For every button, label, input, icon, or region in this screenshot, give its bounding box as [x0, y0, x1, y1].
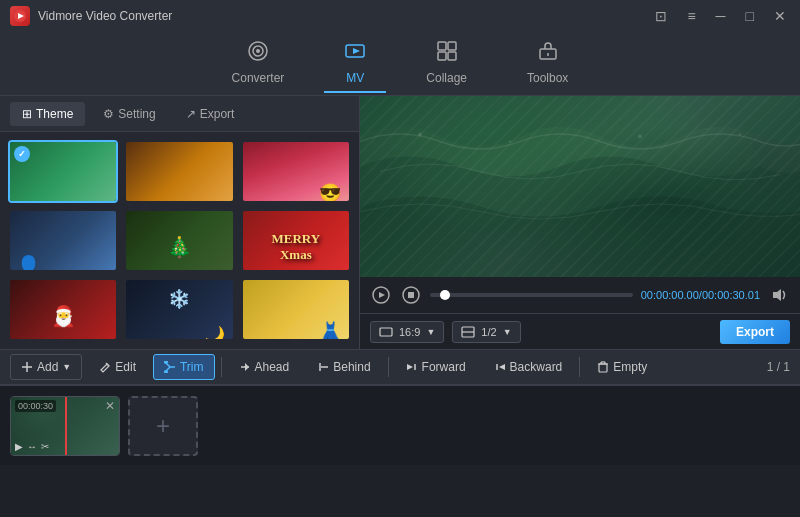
export-button[interactable]: Export [720, 320, 790, 344]
svg-rect-8 [448, 42, 456, 50]
video-preview [360, 96, 800, 277]
ahead-icon [239, 361, 251, 373]
stop-btn[interactable] [400, 284, 422, 306]
theme-christmas-eve[interactable]: 🎄 Christmas Eve [124, 209, 234, 272]
add-icon [21, 361, 33, 373]
tab-theme[interactable]: ⊞ Theme [10, 102, 85, 126]
title-bar: Vidmore Video Converter ⊡ ≡ ─ □ ✕ [0, 0, 800, 32]
theme-neat[interactable]: Neat [124, 140, 234, 203]
tab-export[interactable]: ↗ Export [174, 102, 247, 126]
theme-santa-claus[interactable]: 🎅 Santa Claus [8, 278, 118, 341]
progress-bar[interactable] [430, 293, 633, 297]
quality-value: 1/2 [481, 326, 496, 338]
theme-stripes-waves[interactable]: 👗 Stripes & Waves [241, 278, 351, 341]
clip-action-icons: ▶ ↔ ✂ [15, 441, 49, 452]
edit-icon [99, 361, 111, 373]
timeline-clip[interactable]: 00:00:30 ✕ ▶ ↔ ✂ [10, 396, 120, 456]
main-content: ⊞ Theme ⚙ Setting ↗ Export ✓ Current [0, 96, 800, 349]
trim-indicator [65, 397, 67, 455]
video-controls: 00:00:00.00/00:00:30.01 [360, 277, 800, 313]
trim-button[interactable]: Trim [153, 354, 215, 380]
svg-rect-7 [438, 42, 446, 50]
toolbox-icon [537, 40, 559, 67]
theme-santa-claus-thumb: 🎅 [10, 280, 116, 341]
backward-icon [494, 361, 506, 373]
tab-setting[interactable]: ⚙ Setting [91, 102, 167, 126]
nav-toolbox[interactable]: Toolbox [507, 34, 588, 93]
svg-point-14 [509, 140, 512, 143]
nav-collage[interactable]: Collage [406, 34, 487, 93]
svg-rect-41 [599, 364, 607, 372]
clip-close-btn[interactable]: ✕ [105, 399, 115, 413]
title-bar-left: Vidmore Video Converter [10, 6, 172, 26]
theme-stripes-waves-thumb: 👗 [243, 280, 349, 341]
add-clip-button[interactable]: + [128, 396, 198, 456]
progress-handle[interactable] [440, 290, 450, 300]
theme-current[interactable]: ✓ Current [8, 140, 118, 203]
theme-happy-thumb: 😎 [243, 142, 349, 203]
clip-duration: 00:00:30 [15, 400, 56, 412]
add-button[interactable]: Add ▼ [10, 354, 82, 380]
svg-marker-37 [407, 364, 413, 370]
ratio-value: 16:9 [399, 326, 420, 338]
nav-mv[interactable]: MV [324, 34, 386, 93]
ahead-button[interactable]: Ahead [228, 354, 301, 380]
svg-rect-10 [448, 52, 456, 60]
svg-marker-21 [773, 289, 781, 301]
forward-icon [406, 361, 418, 373]
minimize-icon[interactable]: ⊡ [651, 6, 671, 26]
theme-grid: ✓ Current Neat 😎 Happy 👤 Chic [0, 132, 359, 349]
empty-button[interactable]: Empty [586, 354, 658, 380]
time-display: 00:00:00.00/00:00:30.01 [641, 289, 760, 301]
collage-label: Collage [426, 71, 467, 85]
close-btn[interactable]: ✕ [770, 6, 790, 26]
timeline: 00:00:30 ✕ ▶ ↔ ✂ + [0, 385, 800, 465]
bottom-controls: 16:9 ▼ 1/2 ▼ Export [360, 313, 800, 349]
theme-snowy-night[interactable]: ❄️ 🌙 Snowy Night [124, 278, 234, 341]
edit-button[interactable]: Edit [88, 354, 147, 380]
menu-icon[interactable]: ≡ [683, 6, 699, 26]
theme-christmas-eve-thumb: 🎄 [126, 211, 232, 272]
toolbar-divider-3 [579, 357, 580, 377]
theme-current-thumb: ✓ [10, 142, 116, 203]
svg-marker-18 [379, 292, 385, 298]
theme-merry-christmas-thumb: MERRYXmas [243, 211, 349, 272]
maximize-btn[interactable]: □ [742, 6, 758, 26]
top-nav: Converter MV Collage [0, 32, 800, 96]
forward-button[interactable]: Forward [395, 354, 477, 380]
empty-trash-icon [597, 361, 609, 373]
ratio-select[interactable]: 16:9 ▼ [370, 321, 444, 343]
trim-icon [164, 361, 176, 373]
theme-chic[interactable]: 👤 Chic [8, 209, 118, 272]
svg-marker-6 [353, 48, 360, 54]
quality-select[interactable]: 1/2 ▼ [452, 321, 520, 343]
quality-chevron: ▼ [503, 327, 512, 337]
mv-label: MV [346, 71, 364, 85]
video-frame [360, 96, 800, 277]
theme-merry-christmas[interactable]: MERRYXmas Merry Christmas [241, 209, 351, 272]
mv-icon [344, 40, 366, 67]
theme-snowy-night-thumb: ❄️ 🌙 [126, 280, 232, 341]
svg-point-16 [739, 133, 742, 136]
svg-point-13 [418, 133, 422, 137]
svg-marker-39 [499, 364, 505, 370]
app-icon [10, 6, 30, 26]
theme-neat-thumb [126, 142, 232, 203]
clip-resize-icon: ↔ [27, 441, 37, 452]
nav-converter[interactable]: Converter [212, 34, 305, 93]
svg-point-4 [256, 49, 260, 53]
theme-chic-thumb: 👤 [10, 211, 116, 272]
behind-button[interactable]: Behind [306, 354, 381, 380]
svg-marker-34 [245, 363, 249, 371]
play-btn[interactable] [370, 284, 392, 306]
volume-btn[interactable] [768, 284, 790, 306]
ratio-chevron: ▼ [426, 327, 435, 337]
tab-bar: ⊞ Theme ⚙ Setting ↗ Export [0, 96, 359, 132]
selected-check-icon: ✓ [14, 146, 30, 162]
minimize-window-btn[interactable]: ─ [712, 6, 730, 26]
setting-gear-icon: ⚙ [103, 107, 114, 121]
theme-happy[interactable]: 😎 Happy [241, 140, 351, 203]
svg-rect-20 [408, 292, 414, 298]
title-bar-controls: ⊡ ≡ ─ □ ✕ [651, 6, 790, 26]
backward-button[interactable]: Backward [483, 354, 574, 380]
